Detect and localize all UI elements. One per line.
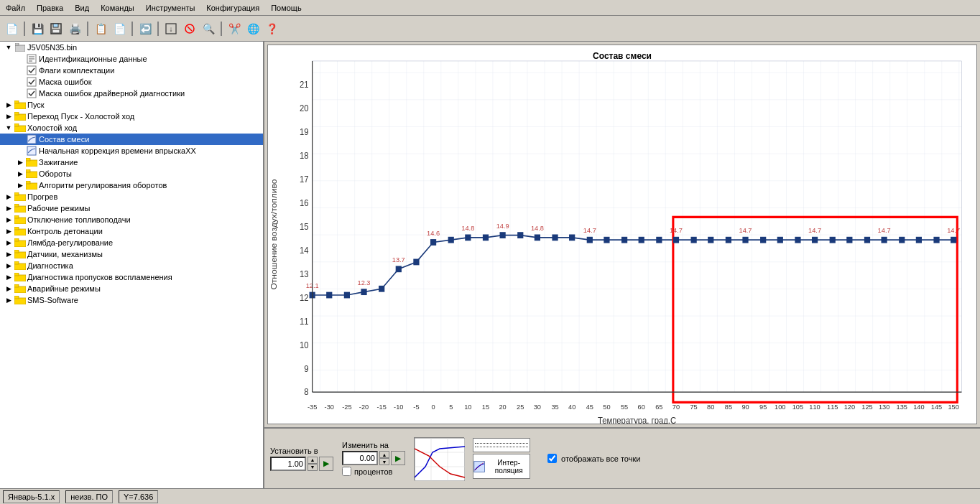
change-spin-down[interactable]: ▼ (379, 458, 389, 465)
chart-container[interactable]: Состав смеси 8 9 10 11 12 (267, 45, 977, 424)
menu-file[interactable]: Файл (0, 2, 31, 14)
change-spin-up[interactable]: ▲ (379, 451, 389, 458)
sidebar-tree: ▼ J5V05N35.bin Идентификационные данные … (0, 42, 264, 488)
tree-item-rpm[interactable]: ▶ Обороты (0, 168, 263, 179)
lambda-expand[interactable]: ▶ (3, 239, 14, 246)
set-spin-up[interactable]: ▲ (308, 457, 318, 464)
percent-checkbox[interactable] (342, 467, 351, 476)
mask2-expand (14, 90, 26, 97)
interp-button[interactable]: Интер-поляция (473, 454, 530, 479)
tree-item-transition[interactable]: ▶ Переход Пуск - Холостой ход (0, 111, 263, 122)
save-as-button[interactable] (47, 20, 65, 37)
tree-item-lambda[interactable]: ▶ Лямбда-регулирование (0, 237, 263, 248)
change-value-input[interactable] (342, 451, 378, 465)
svg-rect-154 (933, 237, 939, 243)
globe-button[interactable]: 🌐 (244, 20, 262, 37)
set-spinner: ▲ ▼ (308, 457, 318, 471)
sensors-expand[interactable]: ▶ (3, 251, 14, 258)
svg-rect-22 (27, 135, 36, 144)
chart-icon1 (26, 134, 37, 144)
tree-item-flags[interactable]: Флаги комплектации (0, 65, 263, 76)
checkbox-icon1 (26, 65, 37, 75)
set-apply-button[interactable]: ▶ (319, 457, 333, 471)
mask-expand (14, 78, 26, 85)
toolbar-sep1 (24, 22, 25, 36)
set-value-input[interactable] (270, 457, 306, 471)
tree-item-sms[interactable]: ▶ SMS-Software (0, 294, 263, 306)
diag-label: Диагностика (27, 261, 73, 270)
idle-expand[interactable]: ▼ (3, 124, 14, 131)
tree-item-knock[interactable]: ▶ Контроль детонации (0, 225, 263, 237)
svg-rect-8 (15, 43, 19, 45)
menu-config[interactable]: Конфигурация (200, 2, 265, 14)
algo-expand[interactable]: ▶ (14, 182, 26, 189)
copy-button[interactable]: 📋 (92, 20, 109, 37)
transition-expand[interactable]: ▶ (3, 113, 14, 120)
svg-rect-128 (587, 237, 593, 243)
sms-expand[interactable]: ▶ (3, 297, 14, 304)
change-group: Изменить на ▲ ▼ ▶ процентов (342, 441, 405, 476)
tree-item-working[interactable]: ▶ Рабочие режимы (0, 202, 263, 214)
tree-item-warmup[interactable]: ▶ Прогрев (0, 191, 263, 202)
download-button[interactable]: ↓ (162, 20, 180, 37)
tree-item-mixture[interactable]: Состав смеси (0, 134, 263, 145)
working-expand[interactable]: ▶ (3, 205, 14, 212)
misfire-expand[interactable]: ▶ (3, 274, 14, 281)
tree-item-idle[interactable]: ▼ Холостой ход (0, 122, 263, 134)
svg-rect-120 (483, 235, 489, 241)
tree-item-emergency[interactable]: ▶ Аварийные режимы (0, 283, 263, 294)
svg-text:14.7: 14.7 (670, 226, 683, 234)
diag-expand[interactable]: ▶ (3, 262, 14, 269)
stop-button[interactable] (181, 20, 198, 37)
right-content: Состав смеси 8 9 10 11 12 (264, 42, 980, 488)
svg-text:10: 10 (464, 403, 471, 411)
svg-rect-27 (26, 169, 30, 172)
svg-text:125: 125 (861, 403, 872, 411)
tree-item-ignition[interactable]: ▶ Зажигание (0, 157, 263, 168)
tree-item-diag[interactable]: ▶ Диагностика (0, 260, 263, 271)
sensors-label: Датчики, механизмы (27, 250, 103, 258)
tree-item-fuel-cut[interactable]: ▶ Отключение топливоподачи (0, 214, 263, 225)
svg-text:35: 35 (551, 403, 558, 411)
fuel-cut-expand[interactable]: ▶ (3, 216, 14, 223)
print-button[interactable]: 🖨️ (66, 20, 83, 37)
tree-item-algo[interactable]: ▶ Алгоритм регулирования оборотов (0, 179, 263, 191)
save-button[interactable]: 💾 (29, 20, 46, 37)
svg-rect-132 (639, 237, 644, 243)
show-all-checkbox[interactable] (547, 454, 557, 463)
svg-text:115: 115 (827, 403, 838, 411)
svg-rect-35 (14, 215, 19, 218)
menu-help[interactable]: Помощь (265, 2, 308, 14)
tree-item-ident[interactable]: Идентификационные данные (0, 53, 263, 65)
start-expand[interactable]: ▶ (3, 101, 14, 108)
paste-button[interactable]: 📄 (111, 20, 128, 37)
root-expand-icon[interactable]: ▼ (3, 44, 14, 51)
tree-root[interactable]: ▼ J5V05N35.bin (0, 42, 263, 53)
menu-tools[interactable]: Инструменты (140, 2, 201, 14)
tree-item-sensors[interactable]: ▶ Датчики, механизмы (0, 248, 263, 260)
rpm-expand[interactable]: ▶ (14, 170, 26, 177)
tree-item-mask[interactable]: Маска ошибок (0, 76, 263, 88)
menu-edit[interactable]: Правка (31, 2, 69, 14)
new-button[interactable]: 📄 (3, 20, 20, 37)
warmup-expand[interactable]: ▶ (3, 193, 14, 200)
edit-tool-button[interactable]: ✂️ (226, 20, 243, 37)
tree-item-misfire[interactable]: ▶ Диагностика пропусков воспламенения (0, 271, 263, 283)
tree-item-correction[interactable]: Начальная коррекция времени впрыскаXX (0, 145, 263, 157)
change-apply-button[interactable]: ▶ (391, 451, 405, 465)
ignition-expand[interactable]: ▶ (14, 159, 26, 166)
tree-item-mask2[interactable]: Маска ошибок драйверной диагностики (0, 88, 263, 99)
emergency-expand[interactable]: ▶ (3, 285, 14, 292)
undo-button[interactable]: ↩️ (137, 20, 154, 37)
menu-commands[interactable]: Команды (95, 2, 140, 14)
set-spin-down[interactable]: ▼ (308, 464, 318, 471)
search-button[interactable]: 🔍 (200, 20, 217, 37)
menu-view[interactable]: Вид (69, 2, 95, 14)
toolbar-sep3 (131, 22, 133, 36)
tree-item-start[interactable]: ▶ Пуск (0, 99, 263, 111)
svg-rect-142 (760, 237, 766, 243)
svg-text:45: 45 (586, 403, 593, 411)
knock-expand[interactable]: ▶ (3, 228, 14, 235)
help-button[interactable]: ❓ (263, 20, 280, 37)
folder-icon13 (14, 261, 26, 271)
